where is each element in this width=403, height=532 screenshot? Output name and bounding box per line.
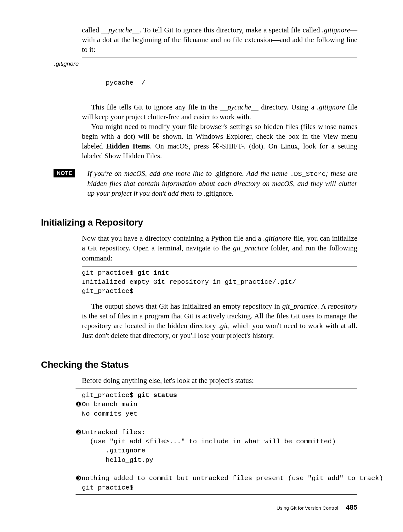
code-output: Untracked files:: [82, 428, 357, 437]
text: This file tells Git to ignore any file i…: [91, 103, 220, 111]
text: . To tell Git to ignore this directory, …: [139, 26, 322, 34]
callout-3: ❸: [76, 474, 82, 483]
section-heading-init: Initializing a Repository: [41, 217, 357, 228]
text-italic: repository: [328, 302, 357, 310]
text: .: [232, 189, 234, 197]
text: . Add the name: [242, 170, 290, 177]
text: . A: [317, 302, 328, 310]
code-prompt: git_practice$: [82, 288, 133, 295]
paragraph-after-gitignore: This file tells Git to ignore any file i…: [82, 102, 357, 161]
text-italic: __pycache__: [220, 103, 258, 111]
footer-chapter: Using Git for Version Control: [276, 505, 338, 511]
code-label: .gitignore: [41, 60, 79, 68]
text: Before doing anything else, let's look a…: [82, 376, 357, 385]
intro-paragraph: called __pycache__. To tell Git to ignor…: [82, 25, 357, 54]
text-italic: git_practice: [282, 302, 317, 310]
code-prompt: git_practice$: [82, 269, 137, 277]
code-content: __pycache__/: [98, 79, 145, 87]
text: . On macOS, press: [150, 142, 212, 150]
text: directory. Using a: [258, 103, 317, 111]
text: If you're on macOS, add one more line to: [87, 170, 214, 177]
section1-paragraph2: The output shows that Git has initialize…: [82, 301, 357, 340]
text: called: [82, 26, 101, 34]
code-output: hello_git.py: [82, 456, 357, 465]
text-upright: .gitignore: [204, 189, 232, 197]
note-badge: NOTE: [54, 169, 75, 177]
callout-2: ❷: [76, 428, 82, 437]
code-output: On branch main: [82, 400, 357, 409]
git-status-code-block: git_practice$ git status ❶On branch main…: [76, 389, 357, 495]
text-italic: .git: [219, 322, 228, 330]
section-heading-status: Checking the Status: [41, 359, 357, 370]
text-italic: .gitignore: [317, 103, 345, 111]
gitignore-code-block: .gitignore __pycache__/: [82, 58, 357, 99]
code-output: .gitignore: [82, 446, 357, 455]
code-output: Initialized empty Git repository in git_…: [82, 278, 296, 286]
text-italic: .gitignore: [263, 234, 291, 242]
code-prompt: git_practice$: [82, 483, 357, 492]
page-footer: Using Git for Version Control485: [276, 503, 357, 512]
note-block: NOTE If you're on macOS, add one more li…: [41, 169, 357, 198]
command-key-icon: ⌘: [212, 142, 219, 150]
code-command: git status: [137, 392, 177, 399]
page: called __pycache__. To tell Git to ignor…: [0, 0, 403, 532]
section1-paragraph1: Now that you have a directory containing…: [82, 233, 357, 263]
text-italic: .gitignore: [322, 26, 350, 34]
code-prompt: git_practice$: [82, 392, 137, 399]
git-init-code-block: git_practice$ git init Initialized empty…: [82, 266, 357, 298]
footer-page-number: 485: [346, 503, 357, 511]
text-upright: .gitignore: [214, 170, 242, 177]
note-text: If you're on macOS, add one more line to…: [87, 169, 357, 198]
text-mono: .DS_Store: [290, 171, 326, 178]
code-output: (use "git add <file>..." to include in w…: [82, 437, 357, 446]
code-output: nothing added to commit but untracked fi…: [82, 474, 383, 483]
text-italic: git_practice: [233, 244, 268, 252]
text-bold: Hidden Items: [106, 142, 150, 150]
code-command: git init: [137, 269, 169, 277]
text: Now that you have a directory containing…: [82, 234, 263, 242]
section2-paragraph1: Before doing anything else, let's look a…: [82, 376, 357, 385]
text-italic: __pycache__: [101, 26, 139, 34]
text: The output shows that Git has initialize…: [91, 302, 282, 310]
callout-1: ❶: [76, 400, 82, 409]
code-output: No commits yet: [82, 409, 357, 418]
